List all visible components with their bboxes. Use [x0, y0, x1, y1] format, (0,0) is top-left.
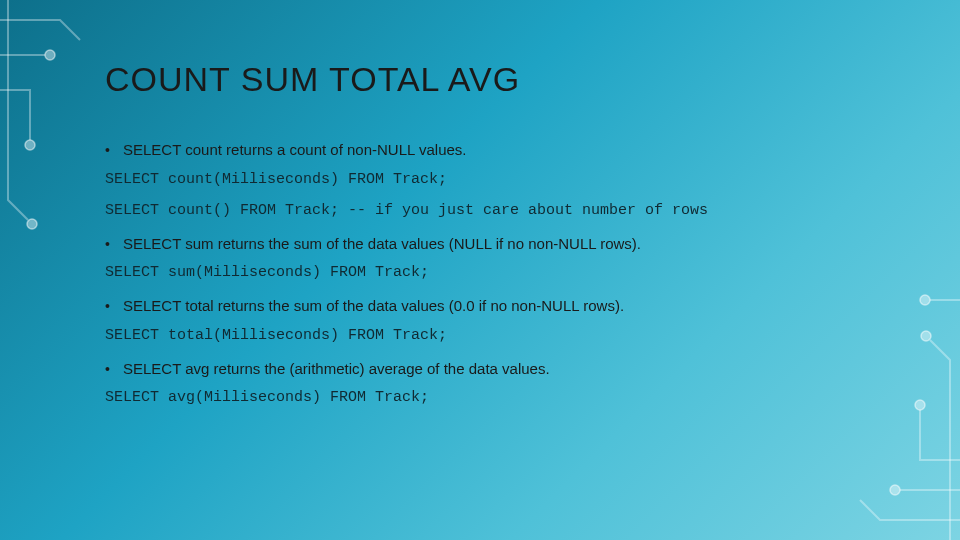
bullet-sum: SELECT sum returns the sum of the data v…: [105, 233, 880, 255]
svg-point-2: [27, 219, 37, 229]
code-total: SELECT total(Milliseconds) FROM Track;: [105, 325, 880, 346]
bullet-count: SELECT count returns a count of non-NULL…: [105, 139, 880, 161]
svg-point-5: [921, 331, 931, 341]
slide-content: COUNT SUM TOTAL AVG SELECT count returns…: [105, 60, 880, 418]
code-count-col: SELECT count(Milliseconds) FROM Track;: [105, 169, 880, 190]
slide-title: COUNT SUM TOTAL AVG: [105, 60, 880, 99]
svg-point-1: [25, 140, 35, 150]
code-sum: SELECT sum(Milliseconds) FROM Track;: [105, 262, 880, 283]
code-count-rows: SELECT count() FROM Track; -- if you jus…: [105, 200, 880, 221]
bullet-total: SELECT total returns the sum of the data…: [105, 295, 880, 317]
svg-point-0: [45, 50, 55, 60]
bullet-avg: SELECT avg returns the (arithmetic) aver…: [105, 358, 880, 380]
svg-point-6: [920, 295, 930, 305]
svg-point-4: [915, 400, 925, 410]
code-avg: SELECT avg(Milliseconds) FROM Track;: [105, 387, 880, 408]
svg-point-3: [890, 485, 900, 495]
